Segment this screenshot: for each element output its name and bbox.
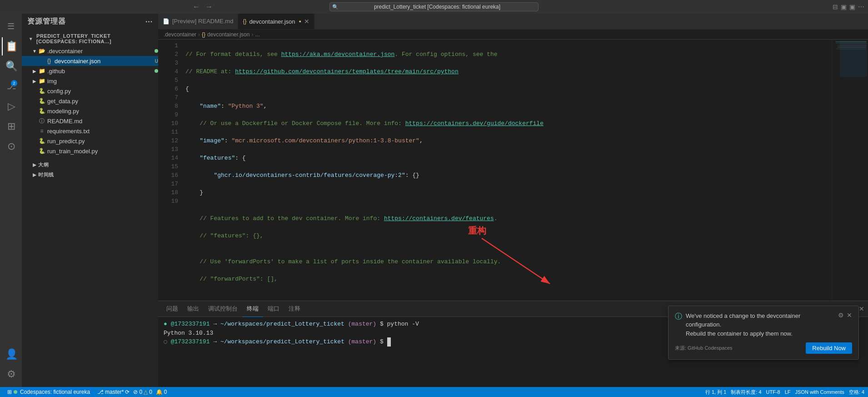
tab-preview-readme[interactable]: 📄 [Preview] README.md xyxy=(158,14,238,29)
status-bar: ⊞ Codespaces: fictional eureka ⎇ master*… xyxy=(0,387,868,397)
panel-tab-output[interactable]: 输出 xyxy=(183,301,204,317)
run-predict-py-label: run_predict.py xyxy=(47,138,158,145)
notification-source: 来源: GitHub Codespaces xyxy=(675,345,733,352)
search-wrapper: 🔍 xyxy=(329,2,539,11)
devcontainer-arrow: ▼ xyxy=(31,47,38,55)
panel-tab-ports[interactable]: 端口 xyxy=(263,301,284,317)
activity-bar-bottom: 👤 ⚙ xyxy=(2,345,20,387)
notification-top-right: ⚙ ✕ xyxy=(838,312,852,319)
codespace-badge[interactable]: ⊞ Codespaces: fictional eureka xyxy=(4,387,94,397)
more-actions-icon[interactable]: ⋯ xyxy=(858,3,864,10)
notification-gear-icon[interactable]: ⚙ xyxy=(838,312,844,319)
tree-item-img-folder[interactable]: ▶ 📁 img xyxy=(22,76,158,86)
activity-bar-top: ☰ 📋 🔍 ⎇ 2 ▷ ⊞ ⊙ xyxy=(2,17,20,345)
requirements-txt-label: requirements.txt xyxy=(47,128,158,135)
extensions-icon: ⊞ xyxy=(7,121,15,132)
tree-item-readme-md[interactable]: ▶ ⓘ README.md xyxy=(22,116,158,126)
accounts-button[interactable]: 👤 xyxy=(2,345,20,363)
source-control-badge: 2 xyxy=(11,80,17,86)
tab-size-status[interactable]: 制表符长度: 4 xyxy=(731,389,761,396)
terminal-branch-1: (master) xyxy=(348,321,376,327)
project-title[interactable]: ▼ PREDICT_LOTTERY_TICKET [CODESPACES: FI… xyxy=(22,31,158,46)
tab-devcontainer-json[interactable]: {} devcontainer.json ● ✕ xyxy=(238,14,314,29)
github-button[interactable]: ⊙ xyxy=(2,137,20,156)
row-col-status[interactable]: 行 1, 列 1 xyxy=(705,389,726,396)
sidebar-title: 资源管理器 xyxy=(27,17,65,26)
tree-item-github-folder[interactable]: ▶ 📁 .github xyxy=(22,66,158,76)
back-button[interactable]: ← xyxy=(191,3,202,11)
search-icon-button[interactable]: 🔍 xyxy=(2,57,20,75)
panel-tab-terminal[interactable]: 终端 xyxy=(242,301,263,317)
spaces-status[interactable]: 空格: 4 xyxy=(849,389,864,396)
panel-tab-comments[interactable]: 注释 xyxy=(284,301,305,317)
close-panel-icon[interactable]: ✕ xyxy=(859,305,864,312)
line-ending-status[interactable]: LF xyxy=(785,389,791,395)
notification-text: We've noticed a change to the devcontain… xyxy=(686,312,834,338)
hamburger-menu[interactable]: ☰ xyxy=(2,17,20,35)
code-editor[interactable]: // For format details, see https://aka.m… xyxy=(182,40,832,301)
notification-close-button[interactable]: ✕ xyxy=(847,312,852,319)
forward-button[interactable]: → xyxy=(204,3,215,11)
encoding-status[interactable]: UTF-8 xyxy=(766,389,780,395)
customize-layout-icon[interactable]: ⊟ xyxy=(833,3,838,10)
github-folder-label: .github xyxy=(47,68,153,75)
debug-console-label: 调试控制台 xyxy=(208,305,238,313)
editor-body[interactable]: 12345 678910 1112131415 16171819 // For … xyxy=(158,40,868,301)
branch-status[interactable]: ⎇ master* ⟳ xyxy=(97,389,130,395)
panel-tab-problems[interactable]: 问题 xyxy=(162,301,183,317)
line-ending-label: LF xyxy=(785,389,791,395)
modified-indicator: U xyxy=(155,59,158,64)
devcontainer-folder-label: .devcontainer xyxy=(47,48,153,55)
breadcrumb-sep-2: › xyxy=(251,31,253,38)
title-search-input[interactable] xyxy=(329,2,539,11)
tree-item-modeling-py[interactable]: ▶ 🐍 modeling.py xyxy=(22,106,158,116)
tree-item-config-py[interactable]: ▶ 🐍 config.py xyxy=(22,86,158,96)
breadcrumb-more[interactable]: ... xyxy=(255,31,259,38)
run-train-model-py-label: run_train_model.py xyxy=(47,148,158,155)
sidebar-content: ▼ PREDICT_LOTTERY_TICKET [CODESPACES: FI… xyxy=(22,30,158,387)
devcontainer-json-label: devcontainer.json xyxy=(55,58,153,65)
run-debug-button[interactable]: ▷ xyxy=(2,97,20,116)
tree-item-run-train-model-py[interactable]: ▶ 🐍 run_train_model.py xyxy=(22,146,158,156)
notification-header: ⓘ We've noticed a change to the devconta… xyxy=(675,312,852,338)
terminal-cmd-1: $ python -V xyxy=(380,321,419,327)
github-icon: ⊙ xyxy=(7,141,15,152)
minimap xyxy=(832,40,868,301)
branch-name: master* xyxy=(105,389,124,395)
settings-button[interactable]: ⚙ xyxy=(2,365,20,383)
toggle-panel-icon[interactable]: ▣ xyxy=(849,3,855,10)
warning-icon: △ xyxy=(144,389,148,395)
devcontainer-json-tab-icon: {} xyxy=(243,18,246,25)
json-file-icon: {} xyxy=(45,57,53,65)
tree-item-devcontainer-json[interactable]: ▶ {} devcontainer.json U xyxy=(22,56,158,66)
tree-item-requirements-txt[interactable]: ▶ ≡ requirements.txt xyxy=(22,126,158,136)
breadcrumb-devcontainer[interactable]: .devcontainer xyxy=(164,31,196,38)
main-layout: ☰ 📋 🔍 ⎇ 2 ▷ ⊞ ⊙ 👤 xyxy=(0,14,868,387)
breadcrumb-json-icon: {} xyxy=(202,31,205,38)
timeline-arrow: ▶ xyxy=(31,171,38,178)
activity-bar: ☰ 📋 🔍 ⎇ 2 ▷ ⊞ ⊙ 👤 xyxy=(0,14,22,387)
tree-item-get-data-py[interactable]: ▶ 🐍 get_data.py xyxy=(22,96,158,106)
sidebar-more-button[interactable]: ··· xyxy=(145,18,153,26)
timeline-section[interactable]: ▶ 时间线 xyxy=(22,170,158,180)
terminal-arrow-1: → xyxy=(213,321,217,327)
outline-section[interactable]: ▶ 大纲 xyxy=(22,160,158,170)
modeling-py-icon: 🐍 xyxy=(38,107,45,115)
panel-tab-debug-console[interactable]: 调试控制台 xyxy=(204,301,242,317)
rebuild-now-button[interactable]: Rebuild Now xyxy=(806,342,852,354)
readme-md-label: README.md xyxy=(47,118,158,125)
warning-count: 0 xyxy=(149,389,152,395)
tree-item-devcontainer-folder[interactable]: ▼ 📂 .devcontainer xyxy=(22,46,158,56)
source-control-button[interactable]: ⎇ 2 xyxy=(2,77,20,95)
errors-status[interactable]: ⊘ 0 △ 0 xyxy=(133,389,152,395)
explorer-icon-button[interactable]: 📋 xyxy=(2,37,20,55)
extensions-button[interactable]: ⊞ xyxy=(2,117,20,136)
notification-info-icon: ⓘ xyxy=(675,312,682,322)
language-status[interactable]: JSON with Comments xyxy=(795,389,844,395)
toggle-sidebar-icon[interactable]: ▣ xyxy=(841,3,847,10)
breadcrumb-file[interactable]: devcontainer.json xyxy=(207,31,249,38)
tab-close-button[interactable]: ✕ xyxy=(304,18,309,25)
notifications-status[interactable]: 🔔 0 xyxy=(156,389,167,395)
explorer-icon: 📋 xyxy=(5,40,18,52)
tree-item-run-predict-py[interactable]: ▶ 🐍 run_predict.py xyxy=(22,136,158,146)
